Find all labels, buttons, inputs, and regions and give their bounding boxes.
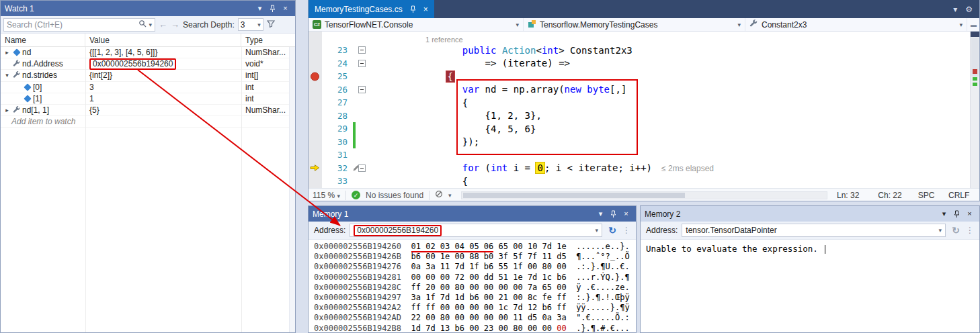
fold-collapse-icon[interactable] xyxy=(358,86,366,93)
glyph-cell[interactable] xyxy=(309,162,322,175)
glyph-cell[interactable] xyxy=(309,83,322,97)
close-icon[interactable]: × xyxy=(620,208,632,220)
horizontal-scrollbar[interactable] xyxy=(461,191,827,199)
glyph-cell[interactable] xyxy=(309,96,322,109)
window-menu-icon[interactable]: ▾ xyxy=(254,3,266,14)
memory-row[interactable]: 0x000002556B194281 00 00 00 72 00 dd 51 … xyxy=(314,273,630,283)
breakpoint-icon[interactable] xyxy=(311,72,319,81)
memory-row[interactable]: 0x000002556B194260 01 02 03 04 05 06 65 … xyxy=(314,242,630,252)
chevron-down-icon[interactable]: ▾ xyxy=(448,192,452,199)
line-indicator[interactable]: Ln: 32 xyxy=(837,191,876,200)
watch-row[interactable]: ▾nd.strides{int[2]}int[] xyxy=(1,70,295,81)
watch-title-bar[interactable]: Watch 1 ▾ × xyxy=(1,1,295,16)
memory1-rows[interactable]: 0x000002556B194260 01 02 03 04 05 06 65 … xyxy=(309,240,636,332)
watch-value[interactable]: 1 xyxy=(85,94,241,103)
column-header-name[interactable]: Name xyxy=(1,34,85,46)
glyph-cell[interactable] xyxy=(309,148,322,162)
scrollbar-thumb[interactable] xyxy=(463,193,685,198)
chevron-down-icon[interactable]: ▾ xyxy=(595,227,598,234)
line-ending-indicator[interactable]: CRLF xyxy=(948,191,975,200)
glyph-cell[interactable] xyxy=(309,109,322,123)
refresh-icon[interactable]: ↻ xyxy=(950,225,962,236)
codelens-references[interactable]: 1 reference xyxy=(425,36,463,44)
collapse-icon[interactable]: ▾ xyxy=(3,72,11,79)
memory2-message-area[interactable]: Unable to evaluate the expression. xyxy=(641,240,979,332)
close-icon[interactable]: × xyxy=(280,3,291,14)
watch-row[interactable]: ▸nd{[[1, 2, 3], [4, 5, 6]]}NumShar... xyxy=(1,47,295,58)
memory-row[interactable]: 0x000002556B19426B b6 00 1e 00 88 b0 3f … xyxy=(314,252,630,262)
code-line[interactable]: 31 xyxy=(309,148,979,162)
fold-cell[interactable] xyxy=(356,164,368,172)
watch-scrollbar[interactable] xyxy=(289,47,295,332)
code-editor[interactable]: 1 reference23 public Action<int> Constan… xyxy=(309,32,979,188)
type-dropdown[interactable]: Tensorflow.MemoryTestingCases ▾ xyxy=(524,18,745,31)
glyph-cell[interactable] xyxy=(309,122,322,136)
memory-row[interactable]: 0x000002556B19428C ff 20 00 80 00 00 00 … xyxy=(314,283,630,293)
code-line[interactable]: 29 {4, 5, 6} xyxy=(309,122,979,136)
editor-vertical-scrollbar[interactable] xyxy=(970,32,979,188)
toolbar-overflow-icon[interactable]: ⋮ xyxy=(622,226,630,235)
code-line[interactable]: 24 => (iterate) => xyxy=(309,57,979,70)
pin-icon[interactable] xyxy=(267,5,278,13)
project-dropdown[interactable]: C# TensorFlowNET.Console ▾ xyxy=(309,18,524,31)
editor-actions-icon[interactable] xyxy=(435,190,443,200)
watch-row[interactable]: ▸nd[1, 1]{5}NumShar... xyxy=(1,105,295,116)
search-input[interactable]: Search (Ctrl+E) ▾ xyxy=(3,18,155,32)
watch-row[interactable]: [0]3int xyxy=(1,82,295,93)
window-menu-icon[interactable]: ▾ xyxy=(938,208,950,220)
watch-row[interactable]: Add item to watch xyxy=(1,116,295,128)
watch-value[interactable]: {int[2]} xyxy=(85,70,241,80)
code-line[interactable]: 23 public Action<int> Constant2x3 xyxy=(309,44,979,57)
expand-icon[interactable]: ▸ xyxy=(3,107,11,113)
column-header-value[interactable]: Value xyxy=(85,34,241,46)
code-line[interactable]: 25 { xyxy=(309,70,979,83)
watch-value[interactable]: {[[1, 2, 3], [4, 5, 6]]} xyxy=(85,48,241,57)
health-check-icon[interactable]: ✓ xyxy=(352,191,360,199)
watch-row[interactable]: nd.Address0x000002556b194260void* xyxy=(1,58,295,70)
glyph-cell[interactable] xyxy=(309,44,322,57)
refresh-icon[interactable]: ↻ xyxy=(606,225,618,236)
tab-close-icon[interactable]: × xyxy=(423,5,428,14)
memory-row[interactable]: 0x000002556B194297 3a 1f 7d 1d b6 00 21 … xyxy=(314,293,630,303)
tab-pin-icon[interactable] xyxy=(407,5,419,13)
watch-value[interactable]: 3 xyxy=(85,83,241,92)
watch-value[interactable]: 0x000002556b194260 xyxy=(85,58,241,70)
search-prev-icon[interactable]: ← xyxy=(159,19,167,30)
memory1-address-input[interactable]: 0x000002556B194260 ▾ xyxy=(350,224,602,237)
memory-row[interactable]: 0x000002556B194276 0a 3a 11 7d 1f b6 55 … xyxy=(314,262,630,272)
fold-cell[interactable] xyxy=(356,46,368,54)
expand-icon[interactable]: ▸ xyxy=(3,49,11,56)
window-menu-icon[interactable]: ▾ xyxy=(595,208,606,220)
code-line[interactable]: 33 { xyxy=(309,175,979,188)
memory-row[interactable]: 0x000002556B1942AD 22 00 80 00 00 00 00 … xyxy=(314,313,630,323)
column-header-type[interactable]: Type xyxy=(241,34,295,46)
pin-icon[interactable] xyxy=(951,210,963,218)
member-dropdown[interactable]: Constant2x3 ▾ xyxy=(745,18,967,31)
code-line[interactable]: 27 { xyxy=(309,96,979,109)
zoom-select[interactable]: 115 % ▾ xyxy=(313,191,340,200)
glyph-cell[interactable] xyxy=(309,175,322,188)
column-separator[interactable] xyxy=(241,47,242,332)
fold-collapse-icon[interactable] xyxy=(358,46,366,54)
glyph-cell[interactable] xyxy=(309,136,322,149)
gear-icon[interactable]: ⚙ xyxy=(965,5,973,14)
memory-row[interactable]: 0x000002556B1942B8 1d 7d 13 b6 00 23 00 … xyxy=(314,324,630,332)
memory2-title-bar[interactable]: Memory 2 ▾ × xyxy=(641,206,979,222)
splitter-grip[interactable] xyxy=(971,32,979,37)
watch-row[interactable]: [1]1int xyxy=(1,93,295,105)
column-indicator[interactable]: Ch: 22 xyxy=(878,191,915,200)
code-line[interactable]: 30 }); xyxy=(309,136,979,149)
issues-status[interactable]: No issues found xyxy=(366,191,423,200)
code-line[interactable]: 28 {1, 2, 3}, xyxy=(309,109,979,123)
memory2-address-input[interactable]: tensor.TensorDataPointer ▾ xyxy=(682,224,946,237)
glyph-cell[interactable] xyxy=(309,57,322,70)
fold-cell[interactable] xyxy=(356,60,368,67)
column-separator[interactable] xyxy=(85,47,86,332)
glyph-cell[interactable] xyxy=(309,70,322,83)
spaces-indicator[interactable]: SPC xyxy=(918,191,946,200)
fold-collapse-icon[interactable] xyxy=(358,60,366,67)
close-icon[interactable]: × xyxy=(964,208,975,220)
toolbar-overflow-icon[interactable]: ⋮ xyxy=(966,226,974,235)
fold-collapse-icon[interactable] xyxy=(358,164,366,172)
search-next-icon[interactable]: → xyxy=(171,19,179,30)
